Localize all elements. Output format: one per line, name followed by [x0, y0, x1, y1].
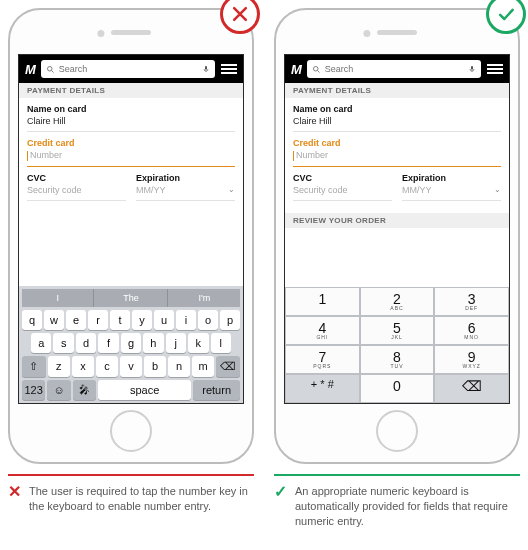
- num-key-1[interactable]: 1.: [285, 287, 360, 316]
- home-button[interactable]: [110, 410, 152, 452]
- field-cvc[interactable]: CVC Security code: [27, 173, 126, 201]
- placeholder-number: Number: [30, 150, 62, 160]
- label-cvc: CVC: [293, 173, 392, 183]
- symbols-key[interactable]: + * #.: [285, 374, 360, 403]
- value-name[interactable]: Claire Hill: [27, 114, 235, 128]
- chevron-down-icon[interactable]: ⌄: [228, 185, 235, 194]
- num-key-4[interactable]: 4GHI: [285, 316, 360, 345]
- search-input[interactable]: [59, 64, 198, 74]
- svg-point-2: [313, 66, 318, 71]
- value-name[interactable]: Claire Hill: [293, 114, 501, 128]
- search-field[interactable]: [307, 60, 481, 78]
- field-exp[interactable]: Expiration MM/YY⌄: [402, 173, 501, 201]
- num-key-5[interactable]: 5JKL: [360, 316, 435, 345]
- backspace-key[interactable]: ⌫.: [434, 374, 509, 403]
- num-key-9[interactable]: 9WXYZ: [434, 345, 509, 374]
- key-i[interactable]: i: [176, 310, 196, 330]
- key-w[interactable]: w: [44, 310, 64, 330]
- key-c[interactable]: c: [96, 356, 118, 377]
- app-header: M: [19, 55, 243, 83]
- key-row-inner: zxcvbnm: [48, 356, 214, 377]
- numeric-keyboard: 1.2ABC3DEF4GHI5JKL6MNO7PQRS8TUV9WXYZ + *…: [285, 287, 509, 403]
- key-u[interactable]: u: [154, 310, 174, 330]
- field-exp[interactable]: Expiration MM/YY⌄: [136, 173, 235, 201]
- mic-icon[interactable]: [202, 64, 210, 74]
- key-n[interactable]: n: [168, 356, 190, 377]
- return-key[interactable]: return: [193, 380, 240, 400]
- key-m[interactable]: m: [192, 356, 214, 377]
- key-r[interactable]: r: [88, 310, 108, 330]
- payment-form: Name on card Claire Hill Credit card Num…: [285, 98, 509, 209]
- backspace-key[interactable]: ⌫: [216, 356, 240, 377]
- key-row: ⇧ zxcvbnm ⌫: [22, 356, 240, 377]
- close-icon: ✕: [8, 484, 21, 529]
- num-key-3[interactable]: 3DEF: [434, 287, 509, 316]
- key-z[interactable]: z: [48, 356, 70, 377]
- numbers-key[interactable]: 123: [22, 380, 45, 400]
- num-key-2[interactable]: 2ABC: [360, 287, 435, 316]
- caption-text: An appropriate numeric keyboard is autom…: [295, 484, 520, 529]
- key-b[interactable]: b: [144, 356, 166, 377]
- label-cvc: CVC: [27, 173, 126, 183]
- menu-icon[interactable]: [221, 64, 237, 74]
- key-d[interactable]: d: [76, 333, 96, 353]
- home-button[interactable]: [376, 410, 418, 452]
- svg-rect-1: [205, 66, 207, 70]
- key-x[interactable]: x: [72, 356, 94, 377]
- numpad-row: 4GHI5JKL6MNO: [285, 316, 509, 345]
- num-key-6[interactable]: 6MNO: [434, 316, 509, 345]
- suggestion[interactable]: I'm: [169, 289, 240, 307]
- placeholder-cvc: Security code: [27, 183, 126, 197]
- key-y[interactable]: y: [132, 310, 152, 330]
- check-icon: ✓: [274, 484, 287, 529]
- field-cvc[interactable]: CVC Security code: [293, 173, 392, 201]
- comparison-row: M PAYMENT DETAILS Name on card Claire Hi…: [8, 8, 520, 464]
- search-field[interactable]: [41, 60, 215, 78]
- menu-icon[interactable]: [487, 64, 503, 74]
- app-logo: M: [25, 62, 35, 77]
- badge-bad: [220, 0, 260, 34]
- key-p[interactable]: p: [220, 310, 240, 330]
- caption-row: ✕ The user is required to tap the number…: [8, 474, 520, 529]
- label-exp: Expiration: [402, 173, 501, 183]
- dictate-key[interactable]: 🎤︎: [73, 380, 96, 400]
- caption-text: The user is required to tap the number k…: [29, 484, 254, 529]
- emoji-key[interactable]: ☺: [47, 380, 70, 400]
- key-j[interactable]: j: [166, 333, 186, 353]
- speaker: [377, 30, 417, 35]
- search-icon: [46, 65, 55, 74]
- section-heading: PAYMENT DETAILS: [19, 83, 243, 98]
- key-g[interactable]: g: [121, 333, 141, 353]
- app-logo: M: [291, 62, 301, 77]
- key-f[interactable]: f: [98, 333, 118, 353]
- phone-bad: M PAYMENT DETAILS Name on card Claire Hi…: [8, 8, 254, 464]
- num-key-0[interactable]: 0.: [360, 374, 435, 403]
- screen: M PAYMENT DETAILS Name on card Claire Hi…: [18, 54, 244, 404]
- numpad-row: + * #. 0. ⌫.: [285, 374, 509, 403]
- field-credit[interactable]: Credit card Number: [27, 138, 235, 167]
- numpad-row: 1.2ABC3DEF: [285, 287, 509, 316]
- key-e[interactable]: e: [66, 310, 86, 330]
- speaker: [111, 30, 151, 35]
- num-key-8[interactable]: 8TUV: [360, 345, 435, 374]
- chevron-down-icon[interactable]: ⌄: [494, 185, 501, 194]
- key-t[interactable]: t: [110, 310, 130, 330]
- search-input[interactable]: [325, 64, 464, 74]
- num-key-7[interactable]: 7PQRS: [285, 345, 360, 374]
- mic-icon[interactable]: [468, 64, 476, 74]
- key-k[interactable]: k: [188, 333, 208, 353]
- suggestion-bar: I The I'm: [22, 289, 240, 307]
- field-credit[interactable]: Credit card Number: [293, 138, 501, 167]
- suggestion[interactable]: The: [95, 289, 167, 307]
- key-o[interactable]: o: [198, 310, 218, 330]
- key-l[interactable]: l: [211, 333, 231, 353]
- shift-key[interactable]: ⇧: [22, 356, 46, 377]
- key-q[interactable]: q: [22, 310, 42, 330]
- space-key[interactable]: space: [98, 380, 191, 400]
- key-a[interactable]: a: [31, 333, 51, 353]
- suggestion[interactable]: I: [22, 289, 94, 307]
- key-h[interactable]: h: [143, 333, 163, 353]
- key-s[interactable]: s: [53, 333, 73, 353]
- key-v[interactable]: v: [120, 356, 142, 377]
- phone-frame: M PAYMENT DETAILS Name on card Claire Hi…: [8, 8, 254, 464]
